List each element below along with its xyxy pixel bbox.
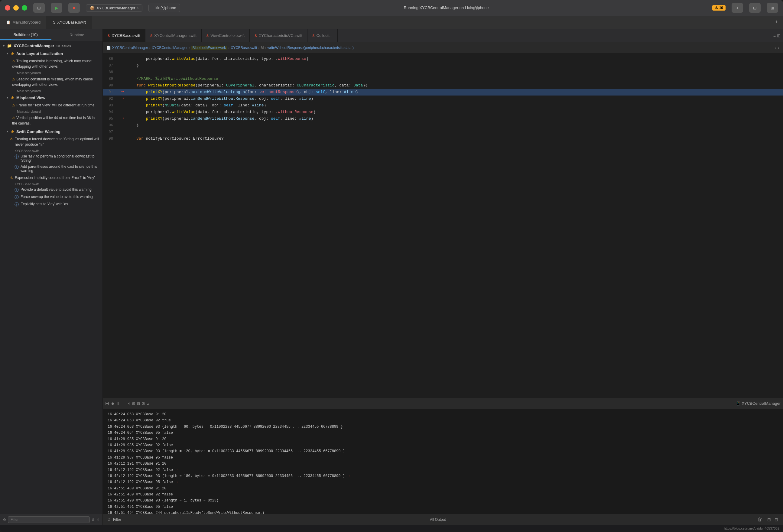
project-header[interactable]: ▼ 📁 XYCBCentralManager 10 issues — [0, 42, 102, 49]
split-view-icon[interactable]: ⊞ — [777, 33, 781, 38]
tab-label: XYCharacteristicVC.swift — [259, 33, 302, 38]
breadcrumb-part-4[interactable]: XYCBBase.swift — [231, 45, 257, 50]
issue-expression-coerced[interactable]: ⚠ Expression implicitly coerced from 'Er… — [0, 174, 102, 182]
add-tab-button-bar[interactable]: + — [770, 16, 783, 29]
breadcrumb-toolbar-icon: 📄 — [106, 45, 111, 50]
list-view-icon[interactable]: ≡ — [773, 33, 776, 38]
swift-icon: S — [107, 34, 110, 37]
left-panel-filter: ⊙ ⊕ ✕ — [0, 514, 102, 525]
file-main-storyboard-1: Main.storyboard — [0, 70, 102, 75]
console-device-icon: 📱 — [736, 401, 741, 406]
console-line: 16:42:51.491 XYCBBase 95 false — [107, 504, 778, 510]
breadcrumb-nav-next[interactable]: › — [778, 45, 779, 50]
group-header-misplaced-view[interactable]: ▼ ⚠ Misplaced View — [0, 94, 102, 101]
filter-clear-icon[interactable]: ✕ — [96, 518, 99, 522]
scheme-icon: 📦 — [90, 6, 95, 10]
run-button[interactable]: ▶ — [51, 3, 62, 13]
console-split-icon[interactable]: ⊞ — [132, 401, 135, 406]
console-pause-icon[interactable]: ⏸ — [116, 401, 120, 406]
console-expand-bottom-icon[interactable]: ⊟ — [775, 517, 778, 522]
subissue-add-parentheses[interactable]: ⓘ Add parentheses around the cast to sil… — [0, 163, 102, 174]
tab-main-storyboard[interactable]: 📋 Main.storyboard — [0, 16, 47, 29]
issue-leading-constraint[interactable]: ⚠ Leading constraint is missing, which m… — [0, 75, 102, 89]
info-icon: ⓘ — [14, 195, 19, 200]
subissue-text: Explicitly cast to 'Any' with 'as — [21, 202, 68, 206]
breadcrumb-part-1[interactable]: XYCBCentralManager — [112, 45, 148, 50]
console-split-bottom-icon[interactable]: ⊞ — [767, 517, 771, 522]
console-output[interactable]: 16:40:24.063 XYCBBase 91 20 16:40:24.063… — [103, 409, 783, 514]
console-option-icon2[interactable]: ⊠ — [142, 401, 145, 406]
code-tab-xycentralmanager[interactable]: S XYCentralManager.swift — [146, 29, 201, 42]
group-auto-layout: ▼ ⚠ Auto Layout Localization ⚠ Trailing … — [0, 50, 102, 93]
code-tab-xycharacteristicvc[interactable]: S XYCharacteristicVC.swift — [250, 29, 308, 42]
run-destination[interactable]: Lixin的iphone — [149, 4, 180, 12]
filter-input[interactable] — [8, 516, 90, 523]
runtime-tab[interactable]: Runtime — [52, 30, 103, 40]
breadcrumb-part-6[interactable]: writeWithoutResponse(peripheral:characte… — [268, 45, 354, 50]
subissue-text: Use 'as?' to perform a conditional downc… — [21, 154, 100, 163]
triangle-icon: ▼ — [6, 52, 9, 55]
code-tab-collection[interactable]: S Collecti... — [308, 29, 338, 42]
console-line: 16:41:29.985 XYCBBase 92 false — [107, 442, 778, 448]
minimize-button[interactable] — [13, 5, 19, 10]
console-option-icon1[interactable]: ⊟ — [137, 401, 140, 406]
tab-label: ViewController.swift — [211, 33, 245, 38]
issue-text: Expression implicitly coerced from 'Erro… — [15, 175, 95, 181]
console-record-icon[interactable]: ⏺ — [111, 401, 115, 406]
breadcrumb-part-2[interactable]: XYCBCentralManager — [152, 45, 188, 50]
breadcrumb-part-3[interactable]: BluetoothFramework — [191, 45, 227, 50]
swift-icon: S — [312, 34, 314, 37]
buildtime-tab[interactable]: Buildtime (10) — [0, 30, 52, 40]
code-tab-xycbbase[interactable]: S XYCBBase.swift — [103, 29, 146, 42]
scheme-selector[interactable]: 📦 XYCBCentralManager › — [86, 4, 143, 12]
file-xycbbase-1: XYCBBase.swift — [0, 149, 102, 153]
status-text: Running XYCBCentralManager on Lixin的ipho… — [186, 5, 707, 10]
console-toolbar: ⊟ ⏺ ⏸ ⊡ ⊞ ⊟ ⊠ ⊿ 📱 XYCBCentralManager — [103, 398, 783, 409]
console-option-icon3[interactable]: ⊿ — [147, 401, 150, 406]
close-button[interactable] — [5, 5, 10, 10]
code-tab-viewcontroller[interactable]: S ViewController.swift — [201, 29, 250, 42]
issue-frame-textview[interactable]: ⚠ Frame for "Text View" will be differen… — [0, 101, 102, 109]
code-line-98: 98 var notifyErrorClosure: ErrorClosure? — [103, 135, 783, 142]
console-trash-icon[interactable]: 🗑 — [758, 517, 762, 522]
add-tab-button[interactable]: + — [731, 3, 743, 13]
breadcrumb-part-5[interactable]: M — [261, 45, 264, 50]
sidebar-toggle-button[interactable]: ⊞ — [33, 3, 45, 13]
console-scheme-label: 📱 XYCBCentralManager — [736, 401, 781, 406]
subissue-provide-default[interactable]: ⓘ Provide a default value to avoid this … — [0, 187, 102, 194]
console-expand-icon[interactable]: ⊟ — [105, 401, 109, 406]
subissue-use-as[interactable]: ⓘ Use 'as?' to perform a conditional dow… — [0, 153, 102, 163]
fullscreen-button[interactable] — [22, 5, 27, 10]
group-header-swift-compiler[interactable]: ▼ ⚠ Swift Compiler Warning — [0, 128, 102, 135]
issue-forced-downcast[interactable]: ⚠ Treating a forced downcast to 'String'… — [0, 135, 102, 149]
group-swift-compiler: ▼ ⚠ Swift Compiler Warning ⚠ Treating a … — [0, 128, 102, 208]
all-output-dropdown[interactable]: All Output ↑ — [430, 518, 449, 522]
red-arrow-icon: ← — [177, 480, 179, 484]
issue-vertical-position[interactable]: ⚠ Vertical position will be 44 at run ti… — [0, 114, 102, 127]
group-header-auto-layout[interactable]: ▼ ⚠ Auto Layout Localization — [0, 50, 102, 57]
breadcrumb-nav-prev[interactable]: ‹ — [775, 45, 776, 50]
console-clear-icon[interactable]: ⊡ — [126, 401, 130, 406]
code-line-97: 97 — [103, 129, 783, 135]
warning-count-badge[interactable]: ⚠ 10 — [712, 5, 726, 10]
subissue-text: Provide a default value to avoid this wa… — [21, 187, 92, 192]
filter-options-icon[interactable]: ⊕ — [92, 518, 95, 522]
stop-button[interactable]: ■ — [68, 3, 80, 13]
navigator-toggle-button[interactable]: ⊞ — [767, 3, 778, 13]
layout-toggle-button[interactable]: ⊟ — [749, 3, 761, 13]
tab-xycbbase-swift[interactable]: S XYCBBase.swift — [47, 16, 92, 29]
console-line: 16:41:29.986 XYCBBase 93 {length = 120, … — [107, 448, 778, 454]
issue-trailing-constraint[interactable]: ⚠ Trailing constraint is missing, which … — [0, 57, 102, 70]
code-content[interactable]: 86 peripheral.writeValue(data, for: char… — [103, 53, 783, 398]
console-line: 16:42:12.192 XYCBBase 92 false ← — [107, 467, 778, 473]
code-line-91: 91 → printXY(peripheral.maximumWriteValu… — [103, 89, 783, 96]
info-icon: ⓘ — [14, 187, 19, 193]
group-misplaced-view: ▼ ⚠ Misplaced View ⚠ Frame for "Text Vie… — [0, 94, 102, 127]
subissue-force-unwrap[interactable]: ⓘ Force-unwrap the value to avoid this w… — [0, 194, 102, 201]
red-arrow-icon: ← — [349, 474, 351, 478]
debug-console: ⊟ ⏺ ⏸ ⊡ ⊞ ⊟ ⊠ ⊿ 📱 XYCBCentralManager 16:… — [103, 398, 783, 525]
filter-icon: ⊙ — [3, 518, 6, 522]
subissue-explicit-cast[interactable]: ⓘ Explicitly cast to 'Any' with 'as — [0, 201, 102, 208]
swift-file-icon: S — [53, 20, 55, 25]
project-name: XYCBCentralManager — [13, 43, 54, 48]
